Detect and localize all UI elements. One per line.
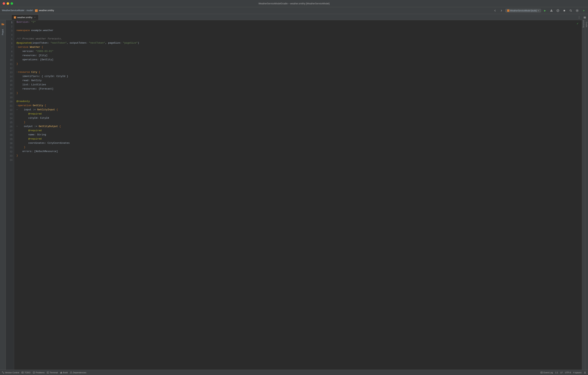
fold-indicator-26[interactable]: ▾ xyxy=(16,124,18,129)
maximize-button[interactable] xyxy=(10,2,13,5)
code-line-21[interactable]: ▾operation GetCity { xyxy=(16,103,579,108)
token: input := xyxy=(18,108,37,112)
token: City xyxy=(31,70,37,74)
code-line-25[interactable]: } xyxy=(16,120,579,124)
code-line-6[interactable]: @paginated(inputToken: "nextToken", outp… xyxy=(16,41,579,45)
code-editor[interactable]: $version: "2" namespace example.weather … xyxy=(14,20,579,370)
window-controls[interactable] xyxy=(3,2,13,5)
todo-item[interactable]: TODO xyxy=(21,371,31,374)
indent-item[interactable]: 4 spaces xyxy=(573,371,582,374)
cursor-position-item[interactable]: 1:1 xyxy=(555,371,558,374)
terminal-item[interactable]: Terminal xyxy=(47,371,58,374)
token: , outputToken: xyxy=(67,41,89,45)
sidebar-project-label[interactable]: Project xyxy=(1,28,4,36)
forward-button[interactable] xyxy=(499,8,504,13)
code-line-34[interactable] xyxy=(16,158,579,162)
code-line-11[interactable]: } xyxy=(16,62,579,66)
line-number-27: 27 xyxy=(6,129,14,133)
svg-point-16 xyxy=(2,372,3,372)
readonly-item[interactable] xyxy=(584,371,586,374)
run-config-selector[interactable]: WeatherServiceModel [build] xyxy=(505,9,541,12)
code-line-24[interactable]: cityId: CityId xyxy=(16,116,579,120)
problems-icon xyxy=(33,371,35,374)
breadcrumb-model[interactable]: model xyxy=(27,9,33,12)
coverage-button[interactable] xyxy=(556,8,560,13)
code-line-4[interactable] xyxy=(16,33,579,37)
search-button[interactable] xyxy=(568,8,573,13)
svg-rect-19 xyxy=(21,372,23,373)
code-line-22[interactable]: ▾ input := GetCityInput { xyxy=(16,108,579,112)
breadcrumb-project[interactable]: WeatherServiceModel xyxy=(2,9,24,12)
close-button[interactable] xyxy=(3,2,5,5)
line-ending-item[interactable]: LF xyxy=(560,371,563,374)
code-line-18[interactable]: } xyxy=(16,91,579,95)
fold-indicator-21[interactable]: ▾ xyxy=(16,103,18,108)
code-line-9[interactable]: resources: [City] xyxy=(16,54,579,58)
fold-indicator-7[interactable]: ▾ xyxy=(16,45,18,49)
dependencies-item[interactable]: Dependencies xyxy=(70,371,86,374)
version-control-item[interactable]: Version Control xyxy=(2,371,19,374)
svg-point-29 xyxy=(71,371,71,372)
code-line-30[interactable]: coordinates: CityCoordinates xyxy=(16,141,579,145)
problems-item[interactable]: Problems xyxy=(33,371,44,374)
code-line-17[interactable]: resources: [Forecast] xyxy=(16,87,579,91)
code-line-3[interactable]: namespace example.weather xyxy=(16,28,579,33)
code-line-26[interactable]: ▾ output := GetCityOutput { xyxy=(16,124,579,129)
gradle-label[interactable]: Gradle xyxy=(586,20,588,27)
svg-point-24 xyxy=(34,373,34,373)
code-line-16[interactable]: list: ListCities xyxy=(16,83,579,87)
breadcrumb-sep-2: › xyxy=(33,9,34,12)
build-button[interactable] xyxy=(549,8,554,13)
code-line-10[interactable]: operations: [GetCity] xyxy=(16,58,579,62)
code-line-19[interactable] xyxy=(16,95,579,99)
tab-weather-smithy[interactable]: S weather.smithy × xyxy=(11,15,39,20)
code-line-13[interactable]: ▾resource City { xyxy=(16,70,579,74)
token: /// Provides weather forecasts. xyxy=(16,37,62,41)
stop-button[interactable] xyxy=(562,8,567,13)
project-folder-icon[interactable] xyxy=(0,22,5,27)
line-number-19: 19 xyxy=(6,96,14,100)
token: @required xyxy=(16,112,42,116)
line-number-29: 29 xyxy=(6,137,14,142)
line-number-32: 32 xyxy=(6,150,14,154)
event-log-item[interactable]: Event Log xyxy=(540,371,553,374)
code-line-32[interactable]: errors: [NoSuchResource] xyxy=(16,149,579,154)
encoding-item[interactable]: UTF-8 xyxy=(565,371,571,374)
dependencies-icon xyxy=(70,371,72,374)
settings-button[interactable] xyxy=(575,8,580,13)
svg-rect-28 xyxy=(61,372,61,372)
tab-menu-button[interactable]: ⋮ xyxy=(577,15,582,20)
code-line-29[interactable]: @required xyxy=(16,137,579,141)
code-line-28[interactable]: name: String xyxy=(16,133,579,137)
back-button[interactable] xyxy=(493,8,497,13)
tab-close-button[interactable]: × xyxy=(33,16,36,19)
build-item[interactable]: Build xyxy=(60,371,68,374)
code-line-7[interactable]: ▾service Weather { xyxy=(16,45,579,49)
fold-indicator-22[interactable]: ▾ xyxy=(16,108,18,112)
code-line-20[interactable]: @readonly xyxy=(16,99,579,103)
token: GetCity xyxy=(33,103,43,108)
editor-settings-button[interactable] xyxy=(582,15,587,20)
run-button[interactable]: ▶ xyxy=(543,8,547,13)
code-line-15[interactable]: read: GetCity xyxy=(16,78,579,83)
code-line-2[interactable] xyxy=(16,24,579,28)
code-line-31[interactable]: } xyxy=(16,145,579,149)
code-line-27[interactable]: @required xyxy=(16,129,579,133)
breadcrumb-sep-1: › xyxy=(25,9,26,12)
token: operations: [GetCity] xyxy=(16,58,53,62)
plugin-button[interactable] xyxy=(581,8,586,13)
minimize-button[interactable] xyxy=(7,2,9,5)
structure-label[interactable]: Structure xyxy=(583,20,585,29)
token: } xyxy=(18,145,25,149)
code-line-33[interactable]: } xyxy=(16,154,579,158)
code-line-14[interactable]: identifiers: { cityId: CityId } xyxy=(16,74,579,78)
line-number-34: 34 xyxy=(6,158,14,162)
code-line-8[interactable]: version: "2006-03-01" xyxy=(16,49,579,54)
code-line-5[interactable]: /// Provides weather forecasts. xyxy=(16,37,579,41)
code-line-12[interactable] xyxy=(16,66,579,70)
code-line-23[interactable]: @required xyxy=(16,112,579,116)
line-number-3: 3 xyxy=(6,29,14,33)
readonly-icon xyxy=(584,371,586,374)
fold-indicator-13[interactable]: ▾ xyxy=(16,70,18,74)
code-line-1[interactable]: $version: "2" xyxy=(16,20,579,24)
